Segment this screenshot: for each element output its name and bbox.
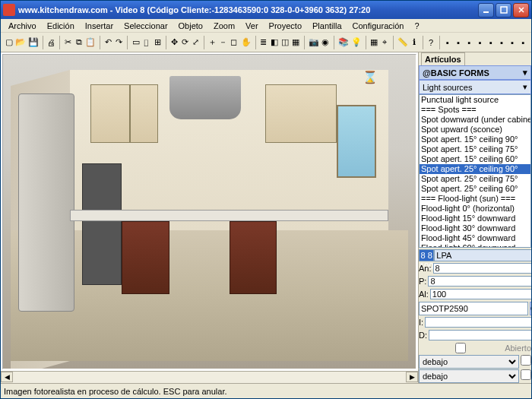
- pos1-checkbox[interactable]: [521, 355, 531, 366]
- undo-button[interactable]: ↶: [103, 36, 113, 49]
- zoom-in-button[interactable]: ＋: [207, 36, 217, 49]
- a8-button[interactable]: ▪: [518, 36, 528, 49]
- light-button[interactable]: 💡: [350, 36, 363, 49]
- measure-button[interactable]: 📏: [397, 36, 409, 49]
- snap-button[interactable]: ⌖: [380, 36, 390, 49]
- minimize-button[interactable]: [478, 3, 494, 17]
- menu-insertar[interactable]: Insertar: [81, 21, 118, 31]
- print-button[interactable]: 🖨: [46, 36, 56, 49]
- menu-proyecto[interactable]: Proyecto: [264, 21, 306, 31]
- window-button[interactable]: ⊞: [153, 36, 163, 49]
- menu-ver[interactable]: Ver: [241, 21, 263, 31]
- a7-button[interactable]: ▪: [508, 36, 518, 49]
- list-item[interactable]: === Spots ===: [420, 105, 530, 115]
- top-button[interactable]: ▦: [291, 36, 301, 49]
- catalog-button[interactable]: 📚: [337, 36, 350, 49]
- list-item[interactable]: Spot upward (sconce): [420, 125, 530, 135]
- pan-button[interactable]: ✋: [240, 36, 252, 49]
- width-label: An:: [419, 264, 433, 273]
- render-button[interactable]: ◉: [321, 36, 331, 49]
- list-item[interactable]: Spot apert. 15° ceiling 75°: [420, 144, 530, 154]
- depth-input[interactable]: [428, 276, 531, 287]
- position-select-1[interactable]: debajo: [419, 355, 519, 369]
- grid-button[interactable]: ▦: [369, 36, 378, 49]
- category-dropdown[interactable]: Light sources ▾: [419, 80, 531, 94]
- save-button[interactable]: 💾: [27, 36, 40, 49]
- ref-i-input[interactable]: [425, 317, 531, 328]
- list-item[interactable]: Punctual light source: [420, 95, 530, 105]
- menu-plantilla[interactable]: Plantilla: [308, 21, 347, 31]
- ref-d-label: D:: [419, 331, 429, 340]
- menu-zoom[interactable]: Zoom: [209, 21, 239, 31]
- menu-objeto[interactable]: Objeto: [174, 21, 207, 31]
- a5-button[interactable]: ▪: [486, 36, 496, 49]
- maximize-button[interactable]: [496, 3, 511, 17]
- menu-archivo[interactable]: Archivo: [4, 21, 41, 31]
- horizontal-scrollbar[interactable]: ◀ ▶: [1, 371, 418, 383]
- scale-button[interactable]: ⤢: [191, 36, 201, 49]
- wall-button[interactable]: ▭: [131, 36, 141, 49]
- menu-edición[interactable]: Edición: [43, 21, 79, 31]
- rotate-button[interactable]: ⟳: [180, 36, 190, 49]
- height-input[interactable]: [430, 289, 531, 299]
- menu-seleccionar[interactable]: Seleccionar: [119, 21, 172, 31]
- front-button[interactable]: ◫: [280, 36, 290, 49]
- list-item[interactable]: Spot apert. 25° ceiling 75°: [420, 174, 530, 184]
- list-item[interactable]: Spot apert. 25° ceiling 60°: [420, 184, 530, 194]
- viewport-pane: ⌛ ◀ ▶: [1, 52, 419, 383]
- move-button[interactable]: ✥: [169, 36, 179, 49]
- info-button[interactable]: ℹ: [410, 36, 420, 49]
- paste-button[interactable]: 📋: [84, 36, 97, 49]
- list-item[interactable]: Spot downward (under cabinet): [420, 115, 530, 125]
- help-button[interactable]: ?: [426, 36, 435, 49]
- menu-configuración[interactable]: Configuración: [348, 21, 409, 31]
- dimension-swatch[interactable]: 8 8 100: [419, 249, 434, 261]
- redo-button[interactable]: ↷: [114, 36, 124, 49]
- a1-button[interactable]: ▪: [442, 36, 452, 49]
- svg-rect-1: [501, 7, 507, 13]
- 3d-viewport[interactable]: ⌛: [2, 54, 416, 369]
- cut-button[interactable]: ✂: [63, 36, 73, 49]
- ref-d-input[interactable]: [429, 330, 531, 340]
- door-button[interactable]: ⌷: [141, 36, 151, 49]
- position-select-2[interactable]: debajo: [419, 369, 519, 383]
- a4-button[interactable]: ▪: [475, 36, 485, 49]
- zoom-out-button[interactable]: －: [218, 36, 228, 49]
- a3-button[interactable]: ▪: [464, 36, 474, 49]
- a2-button[interactable]: ▪: [454, 36, 464, 49]
- zoom-fit-button[interactable]: ◻: [229, 36, 239, 49]
- list-item[interactable]: Flood-light 45° downward: [420, 233, 530, 243]
- scroll-track[interactable]: [13, 372, 406, 383]
- layers-button[interactable]: ≣: [258, 36, 268, 49]
- close-button[interactable]: [513, 3, 529, 17]
- item-list[interactable]: Punctual light source=== Spots ===Spot d…: [419, 94, 531, 248]
- scroll-right-button[interactable]: ▶: [406, 372, 418, 382]
- copy-button[interactable]: ⧉: [74, 36, 84, 49]
- width-input[interactable]: [433, 263, 531, 274]
- code-input[interactable]: [419, 302, 528, 315]
- svg-rect-0: [483, 11, 489, 13]
- new-button[interactable]: ▢: [4, 36, 14, 49]
- side-panel: Artículos @BASIC FORMS ▾ Light sources ▾…: [419, 52, 531, 383]
- open-button[interactable]: 📂: [14, 36, 27, 49]
- place-button[interactable]: Colocar: [530, 302, 531, 315]
- a6-button[interactable]: ▪: [496, 36, 506, 49]
- list-item[interactable]: Spot apert. 15° ceiling 90°: [420, 135, 530, 144]
- list-item[interactable]: === Flood-light (sun) ===: [420, 194, 530, 204]
- catalog-dropdown[interactable]: @BASIC FORMS ▾: [419, 65, 531, 80]
- pos2-checkbox[interactable]: [521, 369, 531, 380]
- articles-tab[interactable]: Artículos: [421, 52, 465, 65]
- open-checkbox[interactable]: [419, 343, 502, 353]
- menu-?[interactable]: ?: [410, 21, 423, 31]
- 3d-button[interactable]: ◧: [269, 36, 279, 49]
- camera-button[interactable]: 📷: [308, 36, 320, 49]
- lpa-input[interactable]: [434, 249, 531, 261]
- list-item[interactable]: Flood-light 60° downward: [420, 243, 530, 248]
- chevron-down-icon: ▾: [523, 68, 527, 78]
- list-item[interactable]: Flood-light 0° (horizontal): [420, 204, 530, 214]
- list-item[interactable]: Spot apert. 15° ceiling 60°: [420, 154, 530, 164]
- list-item[interactable]: Flood-light 30° downward: [420, 223, 530, 233]
- list-item[interactable]: Spot apert. 25° ceiling 90°: [420, 164, 530, 174]
- scroll-left-button[interactable]: ◀: [1, 372, 13, 382]
- list-item[interactable]: Flood-light 15° downward: [420, 214, 530, 223]
